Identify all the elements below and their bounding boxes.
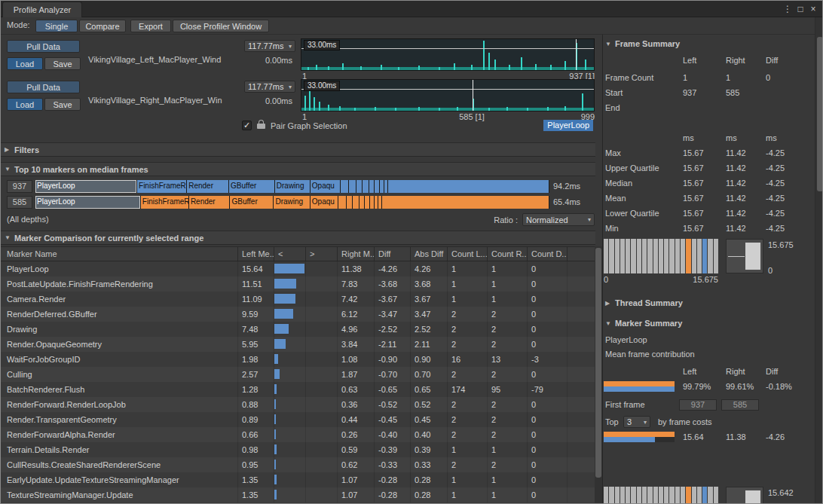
cell-left-median: 1.35 [238, 487, 274, 502]
graph-axis-start: 1 [302, 112, 307, 121]
close-icon[interactable]: × [807, 2, 819, 16]
column-header-marker-name[interactable]: Marker Name [1, 247, 238, 261]
top10-segment[interactable] [388, 180, 549, 193]
table-row[interactable]: PostLateUpdate.FinishFrameRendering11.51… [1, 276, 595, 292]
cell-right-bar [306, 276, 338, 292]
top10-segment[interactable]: PlayerLoop [35, 196, 141, 209]
thread-summary-header[interactable]: ▶ Thread Summary [605, 298, 683, 307]
top10-segment[interactable] [347, 196, 353, 209]
cell-filler [568, 276, 595, 292]
table-row[interactable]: RenderForwardAlpha.Render0.660.26-0.400.… [1, 427, 595, 442]
load-button[interactable]: Load [7, 98, 43, 111]
summary-diff-value: -4.25 [766, 206, 813, 221]
top10-segment[interactable] [349, 180, 356, 193]
first-frame-left-button[interactable]: 937 [679, 399, 717, 411]
save-button[interactable]: Save [44, 98, 81, 111]
top10-segment[interactable]: Render [187, 180, 229, 193]
top10-segment[interactable] [359, 196, 366, 209]
table-row[interactable]: Render.OpaqueGeometry5.953.84-2.112.1122… [1, 337, 595, 352]
table-row[interactable]: TextureStreamingManager.Update1.351.07-0… [1, 487, 595, 502]
load-button[interactable]: Load [7, 57, 43, 70]
table-row[interactable]: PlayerLoop15.6411.38-4.264.26110 [1, 261, 595, 276]
window-tab[interactable]: Profile Analyzer [2, 2, 82, 17]
mode-single-button[interactable]: Single [35, 20, 78, 32]
first-frame-right-button[interactable]: 585 [721, 399, 759, 411]
lock-icon[interactable] [257, 120, 265, 130]
top10-header[interactable]: ▼ Top 10 markers on median frames [1, 162, 595, 176]
left-value-bar [274, 399, 276, 409]
cell-left-bar [274, 276, 306, 292]
top10-segment[interactable] [375, 180, 380, 193]
ratio-dropdown[interactable]: Normalized ▾ [522, 213, 595, 226]
table-row[interactable]: Culling2.571.87-0.700.70220 [1, 367, 595, 382]
panel-scrollbar[interactable] [815, 17, 823, 504]
top10-segment[interactable]: FinishFrameR [141, 196, 189, 209]
pair-checkbox[interactable]: ✓ [242, 121, 252, 130]
selected-marker-chip[interactable]: PlayerLoop [543, 120, 593, 131]
histogram-bar [675, 487, 680, 504]
top10-segment[interactable] [365, 196, 370, 209]
kebab-menu-icon[interactable]: ⋮ [782, 2, 794, 16]
cell-count-right: 2 [488, 427, 528, 442]
close-profiler-button[interactable]: Close Profiler Window [173, 20, 269, 32]
table-row[interactable]: EarlyUpdate.UpdateTextureStreamingManage… [1, 472, 595, 487]
pull-data-button[interactable]: Pull Data [7, 40, 80, 53]
top10-segment[interactable] [363, 180, 369, 193]
top10-segment[interactable]: Render [189, 196, 231, 209]
top10-segment[interactable]: Drawing [275, 180, 311, 193]
frame-time-graph-right[interactable]: 33.00ms [301, 79, 595, 111]
table-row[interactable]: Render.TransparentGeometry0.890.44-0.450… [1, 412, 595, 427]
column-header-right-bar[interactable]: > [306, 247, 338, 261]
frame-summary-header[interactable]: ▼ Frame Summary [605, 39, 680, 48]
comparison-scrollbar[interactable] [595, 246, 602, 504]
table-row[interactable]: CullResults.CreateSharedRendererScene0.9… [1, 457, 595, 472]
column-header-left-bar[interactable]: < [274, 247, 306, 261]
profile-analyzer-window: Profile Analyzer ⋮ □ × Mode: Single Comp… [0, 0, 823, 504]
export-button[interactable]: Export [130, 20, 171, 32]
top10-segment[interactable]: PlayerLoop [35, 180, 137, 193]
panel-scrollbar-thumb[interactable] [817, 37, 823, 191]
top10-segment[interactable] [341, 180, 349, 193]
graph-spike [509, 65, 510, 70]
maximize-icon[interactable]: □ [794, 2, 806, 16]
frame-scale-dropdown[interactable]: 117.77ms ▾ [244, 40, 295, 52]
table-row[interactable]: BatchRenderer.Flush1.280.63-0.650.651749… [1, 382, 595, 397]
column-header-count-left[interactable]: Count L... [448, 247, 488, 261]
top10-segment[interactable] [353, 196, 359, 209]
comparison-scrollbar-thumb[interactable] [595, 248, 601, 478]
filters-header[interactable]: ▶ Filters [1, 142, 595, 157]
save-button[interactable]: Save [44, 57, 81, 70]
mode-compare-button[interactable]: Compare [79, 20, 126, 32]
top10-segment[interactable] [338, 196, 346, 209]
table-row[interactable]: Terrain.Details.Render0.980.59-0.390.391… [1, 442, 595, 457]
table-row[interactable]: RenderDeferred.GBuffer9.596.12-3.473.472… [1, 307, 595, 322]
top10-segment[interactable]: GBuffer [229, 180, 275, 193]
column-header-abs-diff[interactable]: Abs Diff [411, 247, 448, 261]
frame-scale-dropdown[interactable]: 117.77ms ▾ [244, 81, 295, 93]
histogram-bar [714, 239, 718, 273]
top10-segment[interactable]: GBuffer [230, 196, 274, 209]
table-row[interactable]: Drawing7.484.96-2.522.52220 [1, 322, 595, 337]
top10-segment[interactable]: Drawing [274, 196, 310, 209]
column-header-count-diff[interactable]: Count D... [528, 247, 568, 261]
frame-time-graph-left[interactable]: 33.00ms [301, 38, 595, 71]
graph-spike [328, 66, 329, 70]
top10-segment[interactable]: FinishFrameR [137, 180, 187, 193]
top10-segment[interactable]: Opaqu [311, 180, 341, 193]
top10-segment[interactable] [369, 180, 375, 193]
column-header-right-median[interactable]: Right M... [338, 247, 375, 261]
column-header-diff[interactable]: Diff [375, 247, 411, 261]
top10-segment[interactable] [356, 180, 363, 193]
top10-segment[interactable] [382, 196, 549, 209]
marker-summary-header[interactable]: ▼ Marker Summary [605, 319, 682, 328]
column-header-left-median[interactable]: Left Me... [238, 247, 274, 261]
histogram-bar [615, 487, 620, 504]
table-row[interactable]: RenderForward.RenderLoopJob0.880.36-0.52… [1, 397, 595, 412]
comparison-header[interactable]: ▼ Marker Comparison for currently select… [1, 231, 595, 245]
column-header-count-right[interactable]: Count R... [488, 247, 528, 261]
top-count-dropdown[interactable]: 3 ▾ [623, 416, 650, 428]
table-row[interactable]: WaitForJobGroupID1.981.08-0.900.901613-3 [1, 352, 595, 367]
pull-data-button[interactable]: Pull Data [7, 81, 80, 93]
table-row[interactable]: Camera.Render11.097.42-3.673.67110 [1, 292, 595, 307]
top10-segment[interactable]: Opaqu [311, 196, 339, 209]
